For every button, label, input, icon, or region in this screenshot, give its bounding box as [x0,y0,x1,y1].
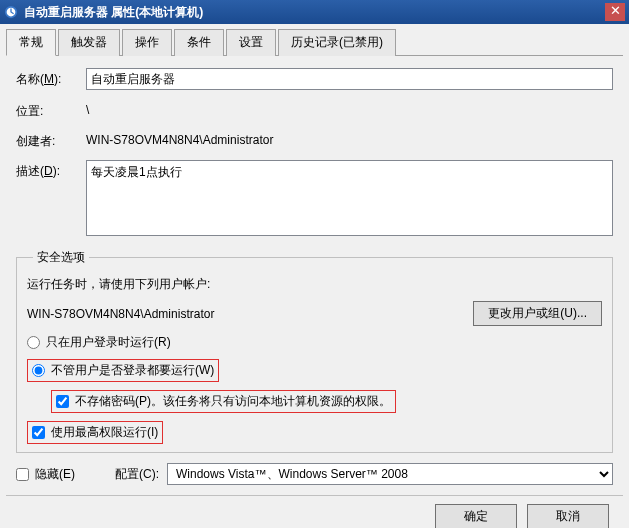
radio-run-when-logged-on[interactable] [27,336,40,349]
tab-triggers[interactable]: 触发器 [58,29,120,56]
tab-history[interactable]: 历史记录(已禁用) [278,29,396,56]
checkbox-no-store-password-label: 不存储密码(P)。该任务将只有访问本地计算机资源的权限。 [75,393,391,410]
tab-settings[interactable]: 设置 [226,29,276,56]
runas-user: WIN-S78OVM4N8N4\Administrator [27,307,214,321]
close-button[interactable]: ✕ [605,3,625,21]
tab-actions[interactable]: 操作 [122,29,172,56]
radio-run-when-logged-on-label: 只在用户登录时运行(R) [46,334,171,351]
change-user-button[interactable]: 更改用户或组(U)... [473,301,602,326]
tab-content-general: 名称(M): 位置: \ 创建者: WIN-S78OVM4N8N4\Admini… [6,64,623,528]
security-options-group: 安全选项 运行任务时，请使用下列用户帐户: WIN-S78OVM4N8N4\Ad… [16,249,613,453]
dialog-body: 常规 触发器 操作 条件 设置 历史记录(已禁用) 名称(M): 位置: \ 创… [0,24,629,528]
name-label: 名称(M): [16,68,86,88]
ok-button[interactable]: 确定 [435,504,517,528]
description-input[interactable]: 每天凌晨1点执行 [86,160,613,236]
checkbox-highest-privileges-label: 使用最高权限运行(I) [51,424,158,441]
location-value: \ [86,100,613,117]
checkbox-hidden-label: 隐藏(E) [35,466,75,483]
titlebar: 自动重启服务器 属性(本地计算机) ✕ [0,0,629,24]
description-label: 描述(D): [16,160,86,180]
cancel-button[interactable]: 取消 [527,504,609,528]
configure-for-label: 配置(C): [115,466,159,483]
creator-label: 创建者: [16,130,86,150]
checkbox-highest-privileges[interactable] [32,426,45,439]
tab-conditions[interactable]: 条件 [174,29,224,56]
checkbox-hidden[interactable] [16,468,29,481]
tab-general[interactable]: 常规 [6,29,56,56]
tab-strip: 常规 触发器 操作 条件 设置 历史记录(已禁用) [6,28,623,56]
runas-prompt: 运行任务时，请使用下列用户帐户: [27,276,602,293]
security-legend: 安全选项 [33,249,89,266]
app-icon [4,5,18,19]
window-title: 自动重启服务器 属性(本地计算机) [24,4,203,21]
divider [6,495,623,496]
location-label: 位置: [16,100,86,120]
checkbox-no-store-password[interactable] [56,395,69,408]
name-input[interactable] [86,68,613,90]
configure-for-select[interactable]: Windows Vista™、Windows Server™ 2008 [167,463,613,485]
radio-run-always[interactable] [32,364,45,377]
creator-value: WIN-S78OVM4N8N4\Administrator [86,130,613,147]
radio-run-always-label: 不管用户是否登录都要运行(W) [51,362,214,379]
